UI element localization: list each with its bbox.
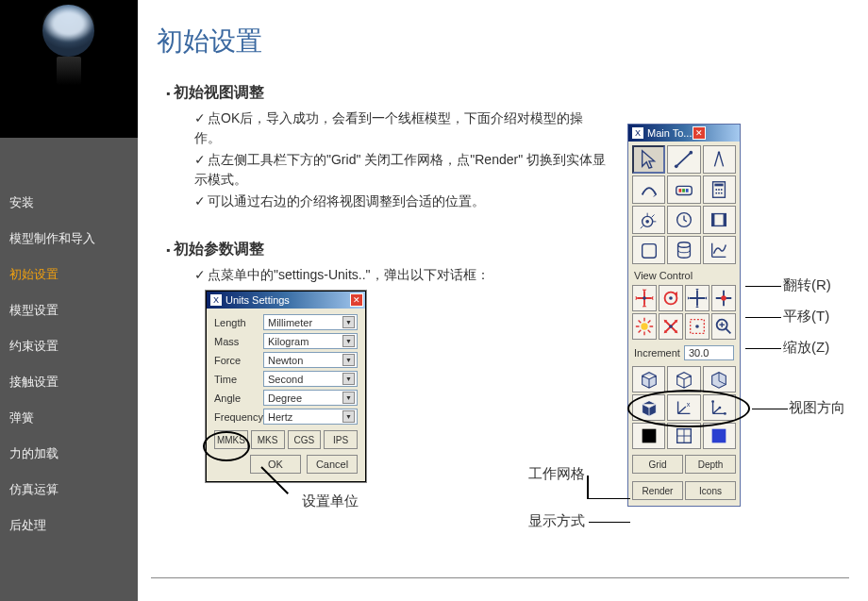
length-value: Millimeter [268, 317, 312, 328]
chevron-down-icon[interactable]: ▼ [342, 354, 355, 366]
rotate-light-icon[interactable] [632, 313, 657, 340]
rotate-free-icon[interactable] [659, 313, 683, 340]
nav-springs[interactable]: 弹簧 [0, 400, 138, 436]
footer-line [151, 577, 849, 578]
toolbox-title: Main To... [647, 127, 693, 139]
close-icon[interactable]: ✕ [693, 126, 706, 140]
display-mode-annotation: 显示方式 [528, 512, 585, 530]
chevron-down-icon[interactable]: ▼ [342, 410, 355, 423]
film-tool-icon[interactable] [703, 206, 736, 234]
color-tool-icon[interactable] [667, 175, 700, 204]
svg-point-37 [719, 407, 722, 409]
svg-point-9 [716, 189, 718, 191]
zoom-extents-icon[interactable] [685, 313, 709, 340]
section1-bullet3: 可以通过右边的介绍将视图调整到合适的位置。 [194, 192, 609, 211]
svg-point-35 [712, 400, 715, 403]
view-front-icon[interactable] [632, 366, 665, 392]
ok-button[interactable]: OK [250, 455, 301, 474]
zoom-annotation: 缩放(Z) [783, 339, 829, 357]
close-icon[interactable]: ✕ [350, 293, 363, 307]
chevron-down-icon[interactable]: ▼ [342, 335, 355, 347]
grid-button[interactable]: Grid [632, 455, 683, 474]
annotation-line [752, 409, 788, 409]
nav-simulation[interactable]: 仿真运算 [0, 472, 138, 508]
force-select[interactable]: Newton ▼ [263, 352, 358, 368]
translate-point-icon[interactable] [711, 285, 736, 311]
svg-rect-19 [712, 214, 715, 226]
svg-point-16 [645, 220, 649, 224]
depth-button[interactable]: Depth [685, 455, 736, 474]
annotation-line [745, 317, 781, 318]
time-select[interactable]: Second ▼ [263, 371, 358, 387]
nav-post[interactable]: 后处理 [0, 508, 138, 543]
gear-tool-icon[interactable] [632, 206, 665, 234]
axis-xyz-icon[interactable] [703, 394, 736, 421]
angle-select[interactable]: Degree ▼ [263, 390, 358, 406]
scroll-tool-icon[interactable] [632, 236, 665, 264]
translate-icon[interactable] [685, 285, 709, 311]
nav-list: 安装 模型制作和导入 初始设置 模型设置 约束设置 接触设置 弹簧 力的加载 仿… [0, 138, 138, 543]
mass-value: Kilogram [268, 336, 309, 347]
app-logo-icon: X [632, 127, 643, 139]
svg-point-27 [669, 325, 673, 328]
nav-model-import[interactable]: 模型制作和导入 [0, 221, 138, 257]
render-button[interactable]: Render [632, 481, 683, 500]
svg-line-0 [676, 153, 692, 167]
brain-bulb-logo [0, 0, 138, 138]
app-logo-icon: X [210, 294, 222, 306]
nav-contacts[interactable]: 接触设置 [0, 364, 138, 400]
clock-tool-icon[interactable] [667, 206, 700, 234]
svg-point-22 [643, 296, 646, 300]
cancel-button[interactable]: Cancel [307, 455, 358, 474]
section1-head: 初始视图调整 [166, 83, 849, 103]
nav-initial-settings[interactable]: 初始设置 [0, 257, 138, 292]
view-right-icon[interactable] [703, 366, 736, 392]
black-square-icon[interactable] [632, 423, 665, 449]
rotate-z-icon[interactable] [659, 285, 683, 311]
nav-model-settings[interactable]: 模型设置 [0, 292, 138, 328]
units-titlebar[interactable]: X Units Settings ✕ [207, 292, 365, 309]
zoom-icon[interactable] [711, 313, 736, 340]
angle-label: Angle [214, 392, 263, 404]
mass-select[interactable]: Kilogram ▼ [263, 333, 358, 349]
svg-rect-5 [682, 189, 685, 192]
svg-rect-8 [715, 184, 724, 187]
preset-mmks[interactable]: MMKS [214, 430, 248, 449]
select-tool-icon[interactable] [632, 145, 665, 174]
database-tool-icon[interactable] [667, 236, 700, 264]
svg-point-14 [721, 192, 723, 194]
svg-point-11 [721, 189, 723, 191]
increment-field[interactable]: 30.0 [684, 345, 734, 360]
view-iso-icon[interactable] [667, 366, 700, 392]
rotate-xy-icon[interactable] [632, 285, 657, 311]
nav-force[interactable]: 力的加载 [0, 436, 138, 472]
force-label: Force [214, 355, 263, 366]
length-select[interactable]: Millimeter ▼ [263, 314, 358, 330]
angle-value: Degree [268, 392, 302, 404]
solid-cube-icon[interactable] [632, 394, 665, 421]
rotate-annotation: 翻转(R) [783, 276, 831, 294]
svg-point-2 [689, 151, 693, 155]
view-dir-annotation: 视图方向 [789, 399, 845, 417]
preset-mks[interactable]: MKS [251, 430, 285, 449]
preset-ips[interactable]: IPS [324, 430, 358, 449]
icons-button[interactable]: Icons [685, 481, 736, 500]
calculator-tool-icon[interactable] [703, 175, 736, 204]
arc-tool-icon[interactable] [632, 175, 665, 204]
blue-square-icon[interactable] [703, 423, 736, 449]
compass-tool-icon[interactable] [703, 145, 736, 174]
frequency-select[interactable]: Hertz ▼ [263, 409, 358, 425]
chevron-down-icon[interactable]: ▼ [342, 373, 355, 385]
chart-tool-icon[interactable] [703, 236, 736, 264]
chevron-down-icon[interactable]: ▼ [342, 392, 355, 404]
axis-x-icon[interactable]: x [667, 394, 700, 421]
preset-cgs[interactable]: CGS [288, 430, 322, 449]
nav-constraints[interactable]: 约束设置 [0, 328, 138, 364]
line-tool-icon[interactable] [667, 145, 700, 174]
time-label: Time [214, 374, 263, 385]
toolbox-titlebar[interactable]: X Main To... ✕ [628, 125, 740, 142]
wire-square-icon[interactable] [667, 423, 700, 449]
chevron-down-icon[interactable]: ▼ [342, 316, 355, 328]
nav-install[interactable]: 安装 [0, 185, 138, 221]
force-value: Newton [268, 355, 303, 366]
